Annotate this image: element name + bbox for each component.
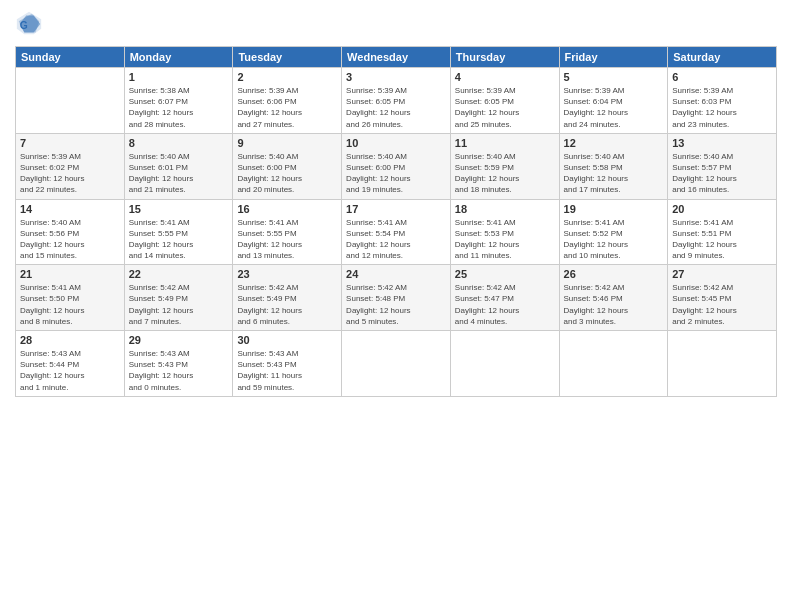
day-number: 15 xyxy=(129,203,229,215)
calendar-cell xyxy=(559,331,668,397)
day-info: Sunrise: 5:42 AM Sunset: 5:47 PM Dayligh… xyxy=(455,282,555,327)
calendar-cell: 24Sunrise: 5:42 AM Sunset: 5:48 PM Dayli… xyxy=(342,265,451,331)
day-info: Sunrise: 5:40 AM Sunset: 6:00 PM Dayligh… xyxy=(237,151,337,196)
day-number: 18 xyxy=(455,203,555,215)
calendar-cell: 1Sunrise: 5:38 AM Sunset: 6:07 PM Daylig… xyxy=(124,68,233,134)
day-number: 29 xyxy=(129,334,229,346)
day-info: Sunrise: 5:40 AM Sunset: 5:59 PM Dayligh… xyxy=(455,151,555,196)
calendar-cell: 23Sunrise: 5:42 AM Sunset: 5:49 PM Dayli… xyxy=(233,265,342,331)
day-info: Sunrise: 5:38 AM Sunset: 6:07 PM Dayligh… xyxy=(129,85,229,130)
day-info: Sunrise: 5:40 AM Sunset: 5:56 PM Dayligh… xyxy=(20,217,120,262)
day-number: 14 xyxy=(20,203,120,215)
calendar-cell: 5Sunrise: 5:39 AM Sunset: 6:04 PM Daylig… xyxy=(559,68,668,134)
weekday-header-monday: Monday xyxy=(124,47,233,68)
calendar-cell: 8Sunrise: 5:40 AM Sunset: 6:01 PM Daylig… xyxy=(124,133,233,199)
day-info: Sunrise: 5:39 AM Sunset: 6:05 PM Dayligh… xyxy=(455,85,555,130)
day-info: Sunrise: 5:41 AM Sunset: 5:51 PM Dayligh… xyxy=(672,217,772,262)
day-info: Sunrise: 5:39 AM Sunset: 6:05 PM Dayligh… xyxy=(346,85,446,130)
weekday-header-thursday: Thursday xyxy=(450,47,559,68)
day-number: 27 xyxy=(672,268,772,280)
calendar-cell: 6Sunrise: 5:39 AM Sunset: 6:03 PM Daylig… xyxy=(668,68,777,134)
day-info: Sunrise: 5:41 AM Sunset: 5:52 PM Dayligh… xyxy=(564,217,664,262)
day-number: 26 xyxy=(564,268,664,280)
day-number: 5 xyxy=(564,71,664,83)
week-row-4: 21Sunrise: 5:41 AM Sunset: 5:50 PM Dayli… xyxy=(16,265,777,331)
day-number: 28 xyxy=(20,334,120,346)
logo: G xyxy=(15,10,47,38)
calendar-cell: 7Sunrise: 5:39 AM Sunset: 6:02 PM Daylig… xyxy=(16,133,125,199)
calendar-cell xyxy=(668,331,777,397)
day-info: Sunrise: 5:40 AM Sunset: 6:00 PM Dayligh… xyxy=(346,151,446,196)
calendar-cell: 19Sunrise: 5:41 AM Sunset: 5:52 PM Dayli… xyxy=(559,199,668,265)
day-number: 25 xyxy=(455,268,555,280)
calendar-cell: 22Sunrise: 5:42 AM Sunset: 5:49 PM Dayli… xyxy=(124,265,233,331)
calendar-cell xyxy=(450,331,559,397)
day-info: Sunrise: 5:43 AM Sunset: 5:43 PM Dayligh… xyxy=(237,348,337,393)
day-number: 24 xyxy=(346,268,446,280)
day-info: Sunrise: 5:39 AM Sunset: 6:06 PM Dayligh… xyxy=(237,85,337,130)
weekday-header-wednesday: Wednesday xyxy=(342,47,451,68)
calendar-cell: 25Sunrise: 5:42 AM Sunset: 5:47 PM Dayli… xyxy=(450,265,559,331)
day-info: Sunrise: 5:39 AM Sunset: 6:03 PM Dayligh… xyxy=(672,85,772,130)
day-info: Sunrise: 5:42 AM Sunset: 5:49 PM Dayligh… xyxy=(237,282,337,327)
calendar-cell: 10Sunrise: 5:40 AM Sunset: 6:00 PM Dayli… xyxy=(342,133,451,199)
calendar-cell: 29Sunrise: 5:43 AM Sunset: 5:43 PM Dayli… xyxy=(124,331,233,397)
calendar-cell: 20Sunrise: 5:41 AM Sunset: 5:51 PM Dayli… xyxy=(668,199,777,265)
week-row-1: 1Sunrise: 5:38 AM Sunset: 6:07 PM Daylig… xyxy=(16,68,777,134)
day-info: Sunrise: 5:42 AM Sunset: 5:48 PM Dayligh… xyxy=(346,282,446,327)
calendar-cell: 14Sunrise: 5:40 AM Sunset: 5:56 PM Dayli… xyxy=(16,199,125,265)
week-row-3: 14Sunrise: 5:40 AM Sunset: 5:56 PM Dayli… xyxy=(16,199,777,265)
day-info: Sunrise: 5:41 AM Sunset: 5:55 PM Dayligh… xyxy=(237,217,337,262)
calendar-cell: 2Sunrise: 5:39 AM Sunset: 6:06 PM Daylig… xyxy=(233,68,342,134)
day-number: 23 xyxy=(237,268,337,280)
day-number: 4 xyxy=(455,71,555,83)
day-info: Sunrise: 5:42 AM Sunset: 5:49 PM Dayligh… xyxy=(129,282,229,327)
day-number: 30 xyxy=(237,334,337,346)
calendar-cell: 3Sunrise: 5:39 AM Sunset: 6:05 PM Daylig… xyxy=(342,68,451,134)
calendar-cell: 21Sunrise: 5:41 AM Sunset: 5:50 PM Dayli… xyxy=(16,265,125,331)
calendar-cell: 26Sunrise: 5:42 AM Sunset: 5:46 PM Dayli… xyxy=(559,265,668,331)
day-number: 19 xyxy=(564,203,664,215)
calendar-cell: 27Sunrise: 5:42 AM Sunset: 5:45 PM Dayli… xyxy=(668,265,777,331)
day-number: 3 xyxy=(346,71,446,83)
day-info: Sunrise: 5:41 AM Sunset: 5:54 PM Dayligh… xyxy=(346,217,446,262)
day-number: 2 xyxy=(237,71,337,83)
day-info: Sunrise: 5:40 AM Sunset: 5:57 PM Dayligh… xyxy=(672,151,772,196)
day-number: 16 xyxy=(237,203,337,215)
day-number: 11 xyxy=(455,137,555,149)
calendar-cell: 17Sunrise: 5:41 AM Sunset: 5:54 PM Dayli… xyxy=(342,199,451,265)
day-info: Sunrise: 5:39 AM Sunset: 6:02 PM Dayligh… xyxy=(20,151,120,196)
day-number: 21 xyxy=(20,268,120,280)
day-info: Sunrise: 5:39 AM Sunset: 6:04 PM Dayligh… xyxy=(564,85,664,130)
week-row-5: 28Sunrise: 5:43 AM Sunset: 5:44 PM Dayli… xyxy=(16,331,777,397)
day-info: Sunrise: 5:43 AM Sunset: 5:43 PM Dayligh… xyxy=(129,348,229,393)
day-info: Sunrise: 5:42 AM Sunset: 5:46 PM Dayligh… xyxy=(564,282,664,327)
calendar-cell: 28Sunrise: 5:43 AM Sunset: 5:44 PM Dayli… xyxy=(16,331,125,397)
day-number: 8 xyxy=(129,137,229,149)
page: G SundayMondayTuesdayWednesdayThursdayFr… xyxy=(0,0,792,612)
weekday-header-friday: Friday xyxy=(559,47,668,68)
day-info: Sunrise: 5:42 AM Sunset: 5:45 PM Dayligh… xyxy=(672,282,772,327)
day-info: Sunrise: 5:41 AM Sunset: 5:55 PM Dayligh… xyxy=(129,217,229,262)
day-number: 7 xyxy=(20,137,120,149)
day-number: 6 xyxy=(672,71,772,83)
day-number: 10 xyxy=(346,137,446,149)
calendar-cell: 15Sunrise: 5:41 AM Sunset: 5:55 PM Dayli… xyxy=(124,199,233,265)
calendar-table: SundayMondayTuesdayWednesdayThursdayFrid… xyxy=(15,46,777,397)
svg-text:G: G xyxy=(20,20,28,31)
calendar-cell: 11Sunrise: 5:40 AM Sunset: 5:59 PM Dayli… xyxy=(450,133,559,199)
calendar-cell: 12Sunrise: 5:40 AM Sunset: 5:58 PM Dayli… xyxy=(559,133,668,199)
header: G xyxy=(15,10,777,38)
day-number: 20 xyxy=(672,203,772,215)
weekday-header-sunday: Sunday xyxy=(16,47,125,68)
weekday-header-saturday: Saturday xyxy=(668,47,777,68)
calendar-cell: 30Sunrise: 5:43 AM Sunset: 5:43 PM Dayli… xyxy=(233,331,342,397)
calendar-cell: 13Sunrise: 5:40 AM Sunset: 5:57 PM Dayli… xyxy=(668,133,777,199)
calendar-cell xyxy=(342,331,451,397)
week-row-2: 7Sunrise: 5:39 AM Sunset: 6:02 PM Daylig… xyxy=(16,133,777,199)
day-number: 12 xyxy=(564,137,664,149)
logo-icon: G xyxy=(15,10,43,38)
day-info: Sunrise: 5:41 AM Sunset: 5:50 PM Dayligh… xyxy=(20,282,120,327)
weekday-header-tuesday: Tuesday xyxy=(233,47,342,68)
day-number: 22 xyxy=(129,268,229,280)
